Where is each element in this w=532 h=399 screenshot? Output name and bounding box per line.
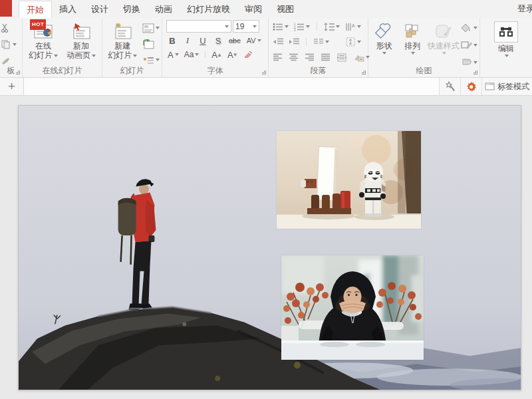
group-slides: 新建 幻灯片 幻灯片 [102, 18, 162, 77]
paragraph-group-label: 段落 [269, 65, 368, 76]
group-online-slides: HOT 在线 幻灯片 新加 动画页 在线幻灯片 [23, 18, 102, 77]
login-button[interactable]: 登录 [516, 0, 532, 17]
tab-animations[interactable]: 动画 [148, 1, 180, 18]
columns-icon[interactable] [313, 35, 330, 49]
layout-icon[interactable] [142, 21, 160, 35]
numbering-icon[interactable]: 123 [293, 20, 311, 33]
tag-mode-icon [485, 82, 495, 90]
distribute-icon[interactable] [336, 51, 348, 64]
woman-photo[interactable] [281, 255, 424, 360]
group-editing: 编辑 [480, 18, 532, 77]
new-slide-button[interactable]: 新建 幻灯片 [104, 20, 141, 60]
edit-button[interactable]: 编辑 [487, 20, 525, 57]
shrink-font-button[interactable]: A▼ [226, 49, 239, 61]
align-right-icon[interactable] [304, 51, 315, 64]
group-clipboard: 板 [0, 18, 23, 77]
tab-transitions[interactable]: 切换 [116, 1, 148, 18]
ribbon: 板 HOT 在线 幻灯片 新加 动画页 在线幻灯片 新建 幻灯片 [0, 18, 532, 78]
online-slides-group-label: 在线幻灯片 [23, 65, 102, 76]
slide-panel-bar: + 标签模式 [0, 78, 532, 96]
font-dialog-launcher[interactable] [262, 70, 266, 74]
file-menu-block[interactable] [0, 0, 12, 17]
new-slide-label-1: 新建 [114, 41, 130, 51]
drawing-dialog-launcher[interactable] [473, 70, 477, 74]
tab-design[interactable]: 设计 [84, 1, 116, 18]
text-shadow-button[interactable]: S [212, 35, 224, 47]
settings-gear-icon[interactable] [461, 78, 482, 95]
arrange-icon [404, 21, 421, 41]
shape-outline-icon[interactable] [460, 39, 478, 52]
new-anim-page-label-1: 新加 [73, 41, 89, 51]
drawing-group-label: 绘图 [368, 65, 479, 76]
justify-icon[interactable] [320, 51, 331, 64]
svg-text:3: 3 [294, 29, 296, 31]
font-group-label: 字体 [162, 65, 268, 76]
underline-button[interactable]: U [197, 35, 209, 47]
editing-canvas [0, 96, 532, 399]
font-name-select[interactable] [166, 20, 231, 33]
ribbon-tab-bar: 开始 插入 设计 切换 动画 幻灯片放映 审阅 视图 登录 [0, 0, 532, 18]
strikethrough-button[interactable]: abc [227, 35, 242, 47]
slide-thumbnails-strip[interactable] [24, 78, 439, 95]
section-icon[interactable] [142, 53, 160, 66]
character-spacing-button[interactable]: AV [245, 35, 263, 47]
italic-button[interactable]: I [182, 35, 194, 47]
paragraph-dialog-launcher[interactable] [362, 70, 366, 74]
shapes-label: 形状 [376, 41, 392, 51]
edit-label: 编辑 [498, 44, 514, 53]
shapes-button[interactable]: 形状 [370, 20, 398, 55]
clipboard-dialog-launcher[interactable] [16, 70, 20, 74]
tab-review[interactable]: 审阅 [237, 1, 269, 18]
copy-icon[interactable] [0, 38, 17, 51]
tag-mode-toggle[interactable]: 标签模式 [482, 81, 532, 92]
tab-home[interactable]: 开始 [19, 1, 52, 18]
new-slide-label-2: 幻灯片 [108, 51, 137, 60]
decrease-indent-icon[interactable] [272, 35, 284, 49]
align-text-icon[interactable] [344, 35, 362, 49]
cut-icon[interactable] [0, 21, 17, 35]
slide-1[interactable] [18, 105, 521, 390]
online-slides-button[interactable]: HOT 在线 幻灯片 [25, 20, 62, 60]
grow-font-button[interactable]: A▲ [210, 49, 223, 61]
group-drawing: 形状 排列 快速样式 绘图 [368, 18, 480, 77]
new-anim-page-icon [71, 21, 91, 41]
binoculars-icon [494, 21, 518, 43]
hiker-background-photo[interactable] [19, 106, 521, 390]
quick-styles-button[interactable]: 快速样式 [427, 20, 461, 55]
text-direction-icon[interactable]: A [344, 20, 362, 33]
font-size-value: 19 [235, 22, 244, 31]
shape-fill-icon[interactable] [460, 21, 478, 35]
increase-indent-icon[interactable] [288, 35, 300, 49]
align-left-icon[interactable] [272, 51, 283, 64]
new-anim-page-label-2: 动画页 [66, 51, 96, 60]
bullets-icon[interactable] [272, 20, 289, 33]
align-center-icon[interactable] [288, 51, 299, 64]
stormtrooper-photo[interactable] [277, 131, 421, 229]
slide-panel-tools: 标签模式 [439, 78, 532, 95]
clear-format-icon[interactable] [242, 49, 255, 61]
tab-slideshow[interactable]: 幻灯片放映 [180, 1, 237, 18]
tab-view[interactable]: 视图 [269, 1, 301, 18]
quick-styles-label: 快速样式 [428, 41, 460, 51]
add-slide-button[interactable]: + [0, 78, 24, 95]
line-spacing-icon[interactable] [323, 20, 340, 33]
change-case-button[interactable]: Aa [183, 49, 201, 61]
convert-smartart-icon[interactable] [352, 51, 370, 64]
new-slide-icon [112, 21, 132, 41]
online-slides-label-2: 幻灯片 [29, 51, 58, 60]
tab-insert[interactable]: 插入 [52, 1, 84, 18]
new-animation-page-button[interactable]: 新加 动画页 [63, 20, 100, 60]
hot-badge: HOT [30, 19, 46, 30]
arrange-button[interactable]: 排列 [398, 20, 427, 55]
group-font: 19 B I U S abc AV A Aa A▲ A▼ [162, 18, 269, 77]
group-paragraph: 123 A [269, 18, 368, 77]
shapes-icon [374, 21, 393, 41]
font-color-button[interactable]: A [166, 49, 180, 61]
online-slides-label-1: 在线 [35, 41, 51, 51]
tag-mode-label: 标签模式 [497, 81, 529, 92]
bold-button[interactable]: B [166, 35, 178, 47]
reset-slide-icon[interactable] [142, 37, 160, 51]
arrange-label: 排列 [404, 41, 420, 51]
font-size-select[interactable]: 19 [233, 20, 259, 33]
beautify-wand-icon[interactable] [440, 78, 461, 95]
